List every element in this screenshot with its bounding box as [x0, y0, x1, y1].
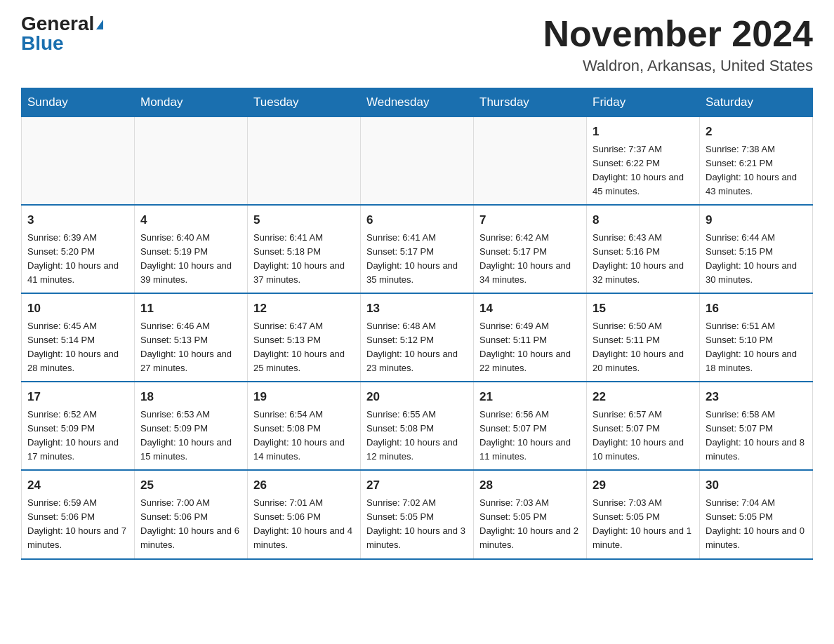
day-info: Sunrise: 6:53 AMSunset: 5:09 PMDaylight:…: [140, 408, 241, 464]
day-number: 12: [253, 300, 355, 318]
calendar-cell: 11Sunrise: 6:46 AMSunset: 5:13 PMDayligh…: [135, 293, 248, 382]
logo: General Blue: [21, 14, 103, 53]
day-info: Sunrise: 6:41 AMSunset: 5:18 PMDaylight:…: [253, 231, 355, 288]
calendar-cell: 2Sunrise: 7:38 AMSunset: 6:21 PMDaylight…: [700, 117, 813, 206]
day-number: 14: [479, 300, 581, 318]
day-info: Sunrise: 7:03 AMSunset: 5:05 PMDaylight:…: [479, 496, 581, 553]
calendar-cell: 5Sunrise: 6:41 AMSunset: 5:18 PMDaylight…: [248, 205, 361, 293]
day-number: 22: [593, 388, 694, 406]
calendar-week-row: 3Sunrise: 6:39 AMSunset: 5:20 PMDaylight…: [22, 205, 813, 293]
weekday-header-thursday: Thursday: [474, 88, 587, 117]
calendar-cell: 8Sunrise: 6:43 AMSunset: 5:16 PMDaylight…: [587, 205, 700, 293]
day-number: 13: [366, 300, 468, 318]
calendar-cell: [474, 117, 587, 206]
calendar-cell: 29Sunrise: 7:03 AMSunset: 5:05 PMDayligh…: [587, 470, 700, 558]
calendar-cell: [22, 117, 135, 206]
logo-general-line: General: [21, 14, 103, 34]
weekday-header-saturday: Saturday: [700, 88, 813, 117]
calendar-cell: 20Sunrise: 6:55 AMSunset: 5:08 PMDayligh…: [361, 382, 474, 470]
calendar-cell: 12Sunrise: 6:47 AMSunset: 5:13 PMDayligh…: [248, 293, 361, 382]
day-number: 25: [140, 476, 241, 495]
calendar-cell: 22Sunrise: 6:57 AMSunset: 5:07 PMDayligh…: [587, 382, 700, 470]
day-number: 20: [366, 388, 468, 406]
day-info: Sunrise: 6:58 AMSunset: 5:07 PMDaylight:…: [706, 408, 807, 464]
calendar-cell: [361, 117, 474, 206]
calendar-cell: 17Sunrise: 6:52 AMSunset: 5:09 PMDayligh…: [22, 382, 135, 470]
logo-blue-line: Blue: [21, 34, 64, 53]
calendar-cell: 14Sunrise: 6:49 AMSunset: 5:11 PMDayligh…: [474, 293, 587, 382]
calendar-cell: 15Sunrise: 6:50 AMSunset: 5:11 PMDayligh…: [587, 293, 700, 382]
day-number: 7: [479, 211, 581, 229]
logo-general-text: General: [21, 13, 94, 34]
calendar-cell: 26Sunrise: 7:01 AMSunset: 5:06 PMDayligh…: [248, 470, 361, 558]
title-block: November 2024 Waldron, Arkansas, United …: [543, 14, 813, 75]
day-number: 1: [593, 123, 694, 141]
weekday-header-tuesday: Tuesday: [248, 88, 361, 117]
calendar-cell: 28Sunrise: 7:03 AMSunset: 5:05 PMDayligh…: [474, 470, 587, 558]
month-title: November 2024: [543, 14, 813, 54]
day-number: 4: [140, 211, 241, 229]
calendar-table: SundayMondayTuesdayWednesdayThursdayFrid…: [21, 88, 813, 559]
calendar-cell: 3Sunrise: 6:39 AMSunset: 5:20 PMDaylight…: [22, 205, 135, 293]
calendar-cell: 25Sunrise: 7:00 AMSunset: 5:06 PMDayligh…: [135, 470, 248, 558]
calendar-week-row: 17Sunrise: 6:52 AMSunset: 5:09 PMDayligh…: [22, 382, 813, 470]
day-number: 27: [366, 476, 468, 495]
day-info: Sunrise: 6:59 AMSunset: 5:06 PMDaylight:…: [27, 496, 128, 553]
calendar-header: SundayMondayTuesdayWednesdayThursdayFrid…: [22, 88, 813, 117]
calendar-week-row: 24Sunrise: 6:59 AMSunset: 5:06 PMDayligh…: [22, 470, 813, 558]
calendar-week-row: 10Sunrise: 6:45 AMSunset: 5:14 PMDayligh…: [22, 293, 813, 382]
day-info: Sunrise: 7:37 AMSunset: 6:22 PMDaylight:…: [593, 142, 694, 199]
calendar-cell: 9Sunrise: 6:44 AMSunset: 5:15 PMDaylight…: [700, 205, 813, 293]
day-info: Sunrise: 7:38 AMSunset: 6:21 PMDaylight:…: [706, 142, 807, 199]
weekday-header-row: SundayMondayTuesdayWednesdayThursdayFrid…: [22, 88, 813, 117]
day-info: Sunrise: 6:49 AMSunset: 5:11 PMDaylight:…: [479, 319, 581, 376]
day-info: Sunrise: 6:43 AMSunset: 5:16 PMDaylight:…: [593, 231, 694, 288]
day-info: Sunrise: 6:50 AMSunset: 5:11 PMDaylight:…: [593, 319, 694, 376]
calendar-cell: [135, 117, 248, 206]
calendar-cell: 7Sunrise: 6:42 AMSunset: 5:17 PMDaylight…: [474, 205, 587, 293]
day-info: Sunrise: 6:39 AMSunset: 5:20 PMDaylight:…: [27, 231, 128, 288]
weekday-header-sunday: Sunday: [22, 88, 135, 117]
calendar-cell: 13Sunrise: 6:48 AMSunset: 5:12 PMDayligh…: [361, 293, 474, 382]
day-info: Sunrise: 6:47 AMSunset: 5:13 PMDaylight:…: [253, 319, 355, 376]
day-info: Sunrise: 6:48 AMSunset: 5:12 PMDaylight:…: [366, 319, 468, 376]
weekday-header-monday: Monday: [135, 88, 248, 117]
calendar-week-row: 1Sunrise: 7:37 AMSunset: 6:22 PMDaylight…: [22, 117, 813, 206]
calendar-cell: 10Sunrise: 6:45 AMSunset: 5:14 PMDayligh…: [22, 293, 135, 382]
calendar-cell: 24Sunrise: 6:59 AMSunset: 5:06 PMDayligh…: [22, 470, 135, 558]
day-number: 15: [593, 300, 694, 318]
day-number: 6: [366, 211, 468, 229]
day-info: Sunrise: 6:55 AMSunset: 5:08 PMDaylight:…: [366, 408, 468, 464]
day-info: Sunrise: 6:42 AMSunset: 5:17 PMDaylight:…: [479, 231, 581, 288]
calendar-cell: 23Sunrise: 6:58 AMSunset: 5:07 PMDayligh…: [700, 382, 813, 470]
day-number: 24: [27, 476, 128, 495]
day-info: Sunrise: 7:02 AMSunset: 5:05 PMDaylight:…: [366, 496, 468, 553]
day-number: 17: [27, 388, 128, 406]
weekday-header-wednesday: Wednesday: [361, 88, 474, 117]
calendar-cell: 6Sunrise: 6:41 AMSunset: 5:17 PMDaylight…: [361, 205, 474, 293]
day-number: 3: [27, 211, 128, 229]
day-number: 18: [140, 388, 241, 406]
day-number: 16: [706, 300, 807, 318]
day-info: Sunrise: 6:54 AMSunset: 5:08 PMDaylight:…: [253, 408, 355, 464]
day-number: 5: [253, 211, 355, 229]
calendar-cell: 4Sunrise: 6:40 AMSunset: 5:19 PMDaylight…: [135, 205, 248, 293]
day-number: 21: [479, 388, 581, 406]
calendar-body: 1Sunrise: 7:37 AMSunset: 6:22 PMDaylight…: [22, 117, 813, 559]
day-info: Sunrise: 6:46 AMSunset: 5:13 PMDaylight:…: [140, 319, 241, 376]
day-info: Sunrise: 6:40 AMSunset: 5:19 PMDaylight:…: [140, 231, 241, 288]
calendar-cell: [248, 117, 361, 206]
day-info: Sunrise: 6:52 AMSunset: 5:09 PMDaylight:…: [27, 408, 128, 464]
day-number: 8: [593, 211, 694, 229]
day-number: 19: [253, 388, 355, 406]
calendar-cell: 21Sunrise: 6:56 AMSunset: 5:07 PMDayligh…: [474, 382, 587, 470]
day-info: Sunrise: 7:03 AMSunset: 5:05 PMDaylight:…: [593, 496, 694, 553]
day-info: Sunrise: 6:57 AMSunset: 5:07 PMDaylight:…: [593, 408, 694, 464]
day-number: 2: [706, 123, 807, 141]
day-info: Sunrise: 6:41 AMSunset: 5:17 PMDaylight:…: [366, 231, 468, 288]
day-info: Sunrise: 6:44 AMSunset: 5:15 PMDaylight:…: [706, 231, 807, 288]
day-info: Sunrise: 7:00 AMSunset: 5:06 PMDaylight:…: [140, 496, 241, 553]
day-number: 26: [253, 476, 355, 495]
page-header: General Blue November 2024 Waldron, Arka…: [21, 14, 813, 75]
day-number: 9: [706, 211, 807, 229]
